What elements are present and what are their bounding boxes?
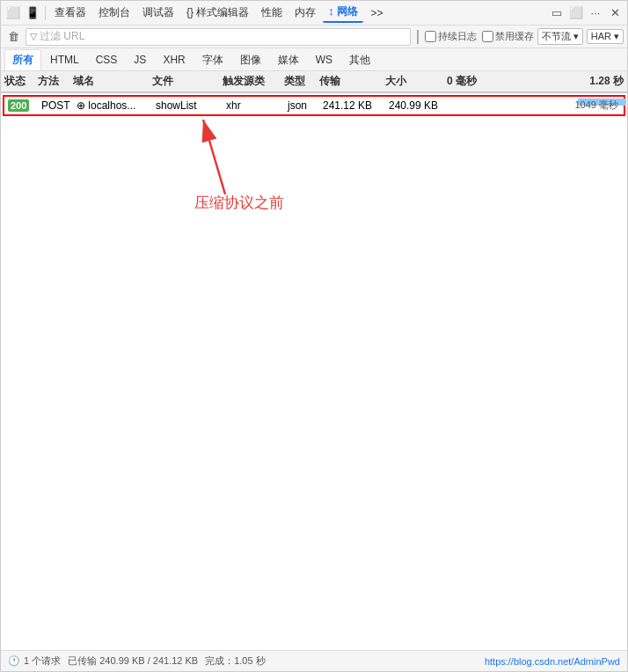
bottom-bar-url[interactable]: https://blog.csdn.net/AdminPwd	[485, 656, 620, 667]
network-icon: ↕	[328, 4, 337, 18]
header-file[interactable]: 文件	[152, 74, 223, 89]
status-badge: 200	[8, 99, 29, 112]
filter-input-container[interactable]: ▽ 过滤 URL	[26, 28, 411, 46]
header-transfer[interactable]: 传输	[319, 74, 385, 89]
svg-line-1	[203, 120, 225, 194]
subtab-media-label: 媒体	[278, 54, 299, 66]
subtab-all-label: 所有	[12, 54, 33, 66]
subtab-media[interactable]: 媒体	[270, 49, 307, 70]
row-timeline: 1049 毫秒	[450, 99, 620, 113]
tab-style-label: {}	[186, 6, 196, 18]
tab-style-editor[interactable]: {} 样式编辑器	[181, 4, 254, 22]
subtab-all[interactable]: 所有	[4, 49, 41, 70]
tab-console-label: 控制台	[99, 6, 130, 18]
tab-style-text: 样式编辑器	[196, 6, 249, 18]
header-timeline[interactable]: 0 毫秒 1.28 秒	[447, 74, 624, 89]
subtab-other-label: 其他	[349, 54, 370, 66]
timeline-start-label: 0 毫秒	[447, 74, 477, 89]
table-row[interactable]: 200 POST ⊕ localhos... showList xhr json…	[3, 95, 625, 116]
tab-viewer-label: 查看器	[55, 6, 86, 18]
header-size[interactable]: 大小	[385, 74, 447, 89]
timeline-end-label: 1.28 秒	[589, 74, 624, 89]
tab-perf-label: 性能	[261, 6, 282, 18]
subtab-fonts[interactable]: 字体	[194, 49, 231, 70]
header-status[interactable]: 状态	[4, 74, 38, 89]
subtab-css[interactable]: CSS	[88, 50, 126, 69]
header-method[interactable]: 方法	[38, 74, 73, 89]
tab-memory[interactable]: 内存	[289, 4, 321, 22]
disable-cache-input[interactable]	[482, 31, 493, 42]
completed-stats: 完成：1.05 秒	[205, 654, 265, 668]
persist-log-checkbox[interactable]: 持续日志	[425, 30, 477, 43]
subtab-ws-label: WS	[316, 54, 332, 66]
row-status: 200	[8, 99, 41, 112]
subtab-images-label: 图像	[240, 54, 261, 66]
row-size: 240.99 KB	[389, 99, 450, 112]
subtab-ws[interactable]: WS	[308, 50, 340, 69]
tab-more[interactable]: >>	[365, 5, 388, 21]
row-transfer: 241.12 KB	[323, 99, 389, 112]
tab-memory-label: 内存	[295, 6, 316, 18]
transferred-stats: 已传输 240.99 KB / 241.12 KB	[68, 654, 198, 668]
dock-separate-icon[interactable]: ⬜	[567, 4, 585, 22]
subtab-images[interactable]: 图像	[232, 49, 269, 70]
row-domain: ⊕ localhos...	[77, 99, 156, 112]
row-file: showList	[156, 99, 226, 112]
filter-options: 持续日志 禁用缓存	[425, 30, 534, 43]
tab-network-label: 网络	[337, 5, 358, 18]
header-initiator[interactable]: 触发源类	[223, 74, 284, 89]
subtab-js-label: JS	[134, 54, 146, 66]
subtab-js[interactable]: JS	[126, 50, 154, 69]
disable-cache-checkbox[interactable]: 禁用缓存	[482, 30, 534, 43]
tab-debugger-label: 调试器	[142, 6, 174, 18]
throttle-arrow: ▾	[573, 31, 579, 41]
tab-console[interactable]: 控制台	[93, 4, 135, 22]
annotation-arrow	[194, 111, 256, 199]
filter-url-placeholder: 过滤 URL	[40, 29, 84, 44]
bottom-bar-left: 🕐 1 个请求 已传输 240.99 KB / 241.12 KB 完成：1.0…	[8, 654, 266, 668]
network-table: 200 POST ⊕ localhos... showList xhr json…	[1, 93, 627, 650]
annotation-container: 压缩协议之前	[194, 111, 284, 213]
request-count: 1 个请求	[24, 654, 61, 668]
har-button[interactable]: HAR ▾	[587, 29, 624, 44]
table-header: 状态 方法 域名 文件 触发源类 类型 传输 大小 0 毫秒 1.28 秒	[1, 71, 627, 93]
close-icon[interactable]: ✕	[606, 4, 624, 22]
tab-perf[interactable]: 性能	[256, 4, 288, 22]
persist-log-label: 持续日志	[438, 30, 477, 43]
sub-tabs: 所有 HTML CSS JS XHR 字体 图像 媒体 WS 其他	[1, 48, 627, 71]
header-type[interactable]: 类型	[284, 74, 319, 89]
subtab-other[interactable]: 其他	[341, 49, 378, 70]
bottom-bar: 🕐 1 个请求 已传输 240.99 KB / 241.12 KB 完成：1.0…	[1, 650, 627, 671]
mobile-icon[interactable]: 📱	[24, 4, 41, 22]
dock-icon[interactable]: ▭	[548, 4, 566, 22]
tab-debugger[interactable]: 调试器	[137, 4, 179, 22]
tab-viewer[interactable]: 查看器	[49, 4, 91, 22]
har-label: HAR	[591, 31, 611, 41]
throttle-button[interactable]: 不节流 ▾	[537, 28, 583, 45]
persist-log-input[interactable]	[425, 31, 436, 42]
subtab-fonts-label: 字体	[202, 54, 223, 66]
annotation-text: 压缩协议之前	[194, 193, 284, 213]
row-time: 1049 毫秒	[574, 99, 618, 112]
throttle-label: 不节流	[542, 31, 571, 41]
inspect-icon[interactable]: ⬜	[4, 4, 22, 22]
filter-icon: ▽	[30, 31, 37, 42]
subtab-css-label: CSS	[96, 54, 118, 66]
subtab-html[interactable]: HTML	[42, 50, 87, 69]
subtab-html-label: HTML	[50, 54, 79, 66]
trash-icon[interactable]: 🗑	[4, 28, 22, 46]
subtab-xhr[interactable]: XHR	[155, 50, 193, 69]
tab-network[interactable]: ↕ 网络	[323, 3, 363, 23]
row-method: POST	[41, 99, 77, 112]
devtools-window: ⬜ 📱 查看器 控制台 调试器 {} 样式编辑器 性能 内存 ↕ 网络 >> ▭…	[0, 0, 628, 672]
disable-cache-label: 禁用缓存	[495, 30, 534, 43]
clock-icon: 🕐	[8, 655, 20, 667]
filter-bar: 🗑 ▽ 过滤 URL 持续日志 禁用缓存 不节流 ▾ HAR ▾	[1, 26, 627, 48]
top-toolbar: ⬜ 📱 查看器 控制台 调试器 {} 样式编辑器 性能 内存 ↕ 网络 >> ▭…	[1, 1, 627, 26]
subtab-xhr-label: XHR	[163, 54, 185, 66]
row-type: json	[288, 99, 323, 112]
more-options-icon[interactable]: ···	[587, 4, 604, 22]
header-domain[interactable]: 域名	[73, 74, 152, 89]
har-arrow: ▾	[614, 31, 619, 41]
row-initiator: xhr	[226, 99, 288, 112]
